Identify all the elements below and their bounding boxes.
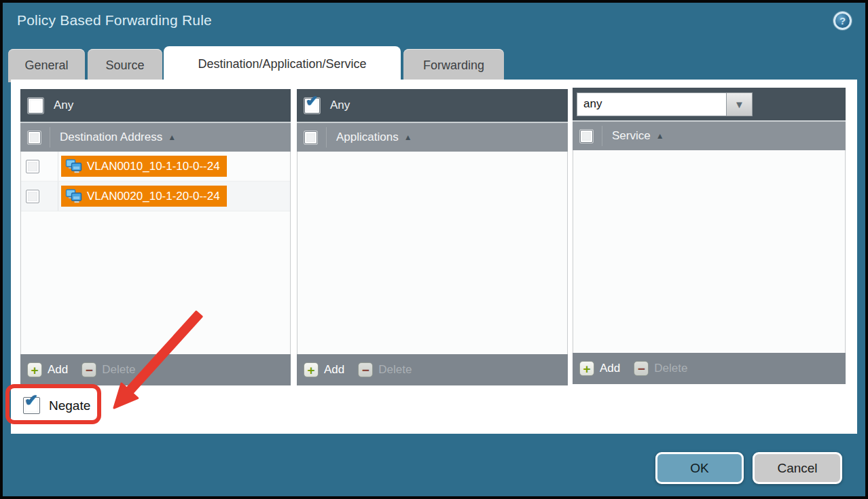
destination-footer: + Add − Delete (20, 354, 291, 385)
list-item[interactable]: VLAN0020_10-1-20-0--24 (21, 182, 290, 211)
delete-button[interactable]: − Delete (82, 362, 135, 377)
applications-any-label: Any (330, 99, 350, 112)
service-select-all-checkbox[interactable] (580, 130, 593, 143)
tab-general[interactable]: General (8, 49, 85, 82)
destination-any-label: Any (54, 99, 73, 112)
applications-any-checkbox[interactable]: ✔ (304, 98, 320, 114)
applications-select-all-checkbox[interactable] (304, 131, 317, 144)
add-icon: + (27, 362, 42, 377)
applications-header-title[interactable]: Applications ▲ (326, 127, 412, 148)
tab-destination-application-service[interactable]: Destination/Application/Service (164, 46, 401, 82)
delete-icon: − (358, 362, 373, 377)
address-object-chip[interactable]: VLAN0020_10-1-20-0--24 (61, 186, 227, 207)
add-button[interactable]: + Add (304, 362, 344, 377)
help-icon[interactable]: ? (833, 12, 852, 30)
service-column: any ▼ Service ▲ + Add − Delete (573, 88, 846, 384)
service-dropdown-value[interactable]: any (577, 92, 727, 116)
destination-address-header: Destination Address ▲ (20, 122, 291, 152)
network-address-icon (65, 159, 82, 173)
delete-icon: − (634, 361, 649, 376)
destination-address-column: Any Destination Address ▲ (20, 89, 291, 385)
service-header-title[interactable]: Service ▲ (602, 126, 664, 146)
negate-control: ✔ Negate (23, 397, 90, 414)
destination-select-all-checkbox[interactable] (28, 131, 41, 144)
sort-ascending-icon: ▲ (656, 131, 664, 141)
network-address-icon (65, 189, 82, 203)
destination-any-checkbox[interactable] (28, 98, 43, 114)
service-header: Service ▲ (573, 120, 846, 150)
dialog-title: Policy Based Forwarding Rule (17, 12, 212, 29)
applications-footer: + Add − Delete (297, 354, 568, 385)
service-footer: + Add − Delete (573, 353, 846, 384)
row-checkbox[interactable] (26, 190, 39, 203)
service-list (573, 150, 846, 353)
delete-button[interactable]: − Delete (358, 362, 412, 377)
applications-header: Applications ▲ (297, 122, 568, 152)
add-icon: + (304, 362, 319, 377)
list-item[interactable]: VLAN0010_10-1-10-0--24 (21, 152, 290, 182)
tab-forwarding[interactable]: Forwarding (403, 49, 504, 82)
destination-address-list: VLAN0010_10-1-10-0--24 VL (20, 152, 291, 354)
destination-address-header-title[interactable]: Destination Address ▲ (50, 127, 176, 148)
row-divider (58, 182, 58, 211)
dropdown-arrow-icon[interactable]: ▼ (727, 92, 753, 116)
service-dropdown[interactable]: any ▼ (577, 92, 753, 116)
address-object-chip[interactable]: VLAN0010_10-1-10-0--24 (61, 156, 227, 177)
tab-content-panel: Any Destination Address ▲ (11, 80, 857, 434)
add-icon: + (579, 361, 594, 376)
add-button[interactable]: + Add (579, 361, 620, 376)
destination-any-row: Any (20, 89, 291, 122)
sort-ascending-icon: ▲ (168, 133, 176, 142)
tab-source[interactable]: Source (88, 49, 162, 82)
row-checkbox[interactable] (26, 160, 39, 173)
sort-ascending-icon: ▲ (404, 133, 412, 142)
applications-any-row: ✔ Any (297, 89, 568, 122)
negate-label: Negate (49, 398, 90, 413)
applications-column: ✔ Any Applications ▲ + Add − Delete (297, 89, 568, 385)
applications-list (297, 152, 568, 354)
cancel-button[interactable]: Cancel (753, 452, 842, 484)
delete-icon: − (82, 362, 96, 377)
policy-forwarding-dialog: Policy Based Forwarding Rule ? General S… (3, 3, 865, 496)
service-any-row: any ▼ (573, 88, 846, 120)
row-divider (58, 152, 58, 181)
ok-button[interactable]: OK (655, 452, 744, 484)
negate-checkbox[interactable]: ✔ (23, 397, 40, 414)
add-button[interactable]: + Add (27, 362, 68, 377)
delete-button[interactable]: − Delete (634, 361, 687, 376)
